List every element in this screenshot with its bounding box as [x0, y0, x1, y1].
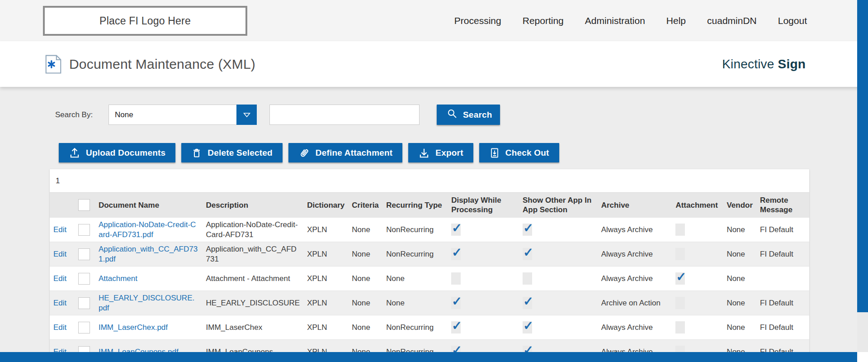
display-while-processing-checked-indicator [451, 321, 461, 333]
column-header-archive: Archive [598, 193, 672, 218]
trash-icon [191, 147, 202, 159]
document-name-link[interactable]: Application-NoDate-Credit-Card-AFD731.pd… [99, 220, 196, 239]
paperclip-icon [298, 147, 310, 159]
top-nav-bar: Place FI Logo Here ProcessingReportingAd… [0, 0, 868, 41]
dictionary-cell: XPLN [303, 315, 348, 340]
edit-link[interactable]: Edit [53, 225, 66, 234]
vendor-cell: None [723, 218, 756, 242]
select-all-header [75, 193, 95, 218]
nav-item-help[interactable]: Help [666, 15, 686, 26]
scrollbar-corner [857, 352, 868, 362]
vendor-cell: None [723, 291, 756, 315]
upload-documents-button[interactable]: Upload Documents [59, 143, 175, 162]
display-while-processing-checked-indicator [451, 297, 461, 309]
attachment-unchecked-indicator [675, 297, 685, 309]
export-button[interactable]: Export [408, 143, 473, 162]
edit-link[interactable]: Edit [53, 299, 66, 307]
archive-cell: Always Archive [598, 267, 672, 291]
row-checkbox[interactable] [78, 297, 90, 309]
document-name-link[interactable]: IMM_LaserChex.pdf [99, 323, 168, 332]
description-cell: HE_EARLY_DISCLOSURE [203, 291, 304, 315]
search-button[interactable]: Search [437, 105, 500, 125]
define-attachment-button[interactable]: Define Attachment [288, 143, 403, 162]
toolbar: Upload DocumentsDelete SelectedDefine At… [59, 143, 857, 162]
vendor-cell: None [723, 242, 756, 267]
column-header-description: Description [203, 193, 304, 218]
checkout-icon [489, 147, 500, 159]
button-label: Upload Documents [86, 148, 165, 158]
description-cell: IMM_LaserChex [203, 315, 304, 340]
title-band: Document Maintenance (XML) Kinective Sig… [0, 41, 868, 87]
archive-cell: Always Archive [598, 242, 672, 267]
nav-item-logout[interactable]: Logout [778, 15, 807, 26]
criteria-cell: None [348, 242, 382, 267]
show-other-app-checked-indicator [523, 248, 532, 260]
documents-table: Document NameDescriptionDictionaryCriter… [50, 193, 809, 362]
archive-cell: Always Archive [598, 218, 672, 242]
column-header-show-other-app-in-app-section: Show Other App In App Section [519, 193, 598, 218]
scrollbar-thumb[interactable] [857, 0, 868, 312]
xml-document-icon [45, 55, 61, 74]
edit-link[interactable]: Edit [53, 323, 66, 332]
delete-selected-button[interactable]: Delete Selected [181, 143, 282, 162]
recurring-type-cell: NonRecurring [382, 315, 448, 340]
attachment-checked-indicator [675, 272, 685, 285]
recurring-type-cell: None [382, 267, 448, 291]
nav-item-cuadmindn[interactable]: cuadminDN [707, 15, 757, 26]
brand-bold: Sign [778, 57, 806, 71]
search-icon [447, 108, 458, 121]
attachment-unchecked-indicator [675, 321, 685, 333]
footer-bar [0, 352, 857, 362]
column-header-recurring-type: Recurring Type [382, 193, 448, 218]
criteria-cell: None [348, 218, 382, 242]
edit-link[interactable]: Edit [53, 274, 66, 283]
column-header-display-while-processing: Display While Processing [448, 193, 519, 218]
fi-logo-text: Place FI Logo Here [99, 15, 191, 27]
documents-table-panel: 1 Document NameDescriptionDictionaryCrit… [50, 169, 809, 362]
search-input[interactable] [269, 105, 420, 125]
table-row: EditHE_EARLY_DISCLOSURE.pdfHE_EARLY_DISC… [50, 291, 809, 315]
vendor-cell: None [723, 267, 756, 291]
description-cell: Attachment - Attachment [203, 267, 304, 291]
remote-message-cell [756, 267, 809, 291]
column-header-remote-message: Remote Message [756, 193, 809, 218]
chevron-down-icon[interactable] [236, 105, 257, 125]
dictionary-cell: XPLN [303, 291, 348, 315]
table-row: EditApplication_with_CC_AFD731.pdfApplic… [50, 242, 809, 267]
recurring-type-cell: NonRecurring [382, 242, 448, 267]
nav-item-reporting[interactable]: Reporting [523, 15, 564, 26]
column-header-dictionary: Dictionary [303, 193, 348, 218]
search-by-select[interactable]: None [108, 105, 257, 125]
criteria-cell: None [348, 291, 382, 315]
select-all-checkbox[interactable] [78, 199, 90, 211]
column-header-document-name: Document Name [95, 193, 203, 218]
row-checkbox[interactable] [78, 248, 90, 260]
edit-link[interactable]: Edit [53, 250, 66, 258]
scrollbar-track[interactable] [857, 0, 868, 362]
document-name-link[interactable]: Attachment [99, 274, 137, 283]
column-header-vendor: Vendor [723, 193, 756, 218]
main-content: Search By: None Search Upload DocumentsD… [0, 87, 857, 362]
row-checkbox[interactable] [78, 224, 90, 236]
document-name-link[interactable]: Application_with_CC_AFD731.pdf [99, 245, 198, 263]
brand-logo: Kinective Sign [722, 57, 806, 71]
recurring-type-cell: None [382, 291, 448, 315]
display-while-processing-checked-indicator [451, 224, 461, 236]
table-row: EditAttachmentAttachment - AttachmentXPL… [50, 267, 809, 291]
nav-item-processing[interactable]: Processing [454, 15, 501, 26]
row-checkbox[interactable] [78, 322, 90, 333]
dictionary-cell: XPLN [303, 218, 348, 242]
attachment-unchecked-indicator [675, 248, 685, 260]
vendor-cell: None [723, 315, 756, 340]
nav-item-administration[interactable]: Administration [585, 15, 645, 26]
display-while-processing-unchecked-indicator [451, 272, 461, 285]
dictionary-cell: XPLN [303, 242, 348, 267]
page-number[interactable]: 1 [56, 176, 60, 186]
check-out-button[interactable]: Check Out [479, 143, 559, 162]
column-header-criteria: Criteria [348, 193, 382, 218]
edit-column-header [50, 193, 75, 218]
row-checkbox[interactable] [78, 273, 90, 285]
description-cell: Application-NoDate-Credit-Card-AFD731 [203, 218, 304, 242]
remote-message-cell: FI Default [756, 291, 809, 315]
document-name-link[interactable]: HE_EARLY_DISCLOSURE.pdf [99, 294, 194, 312]
